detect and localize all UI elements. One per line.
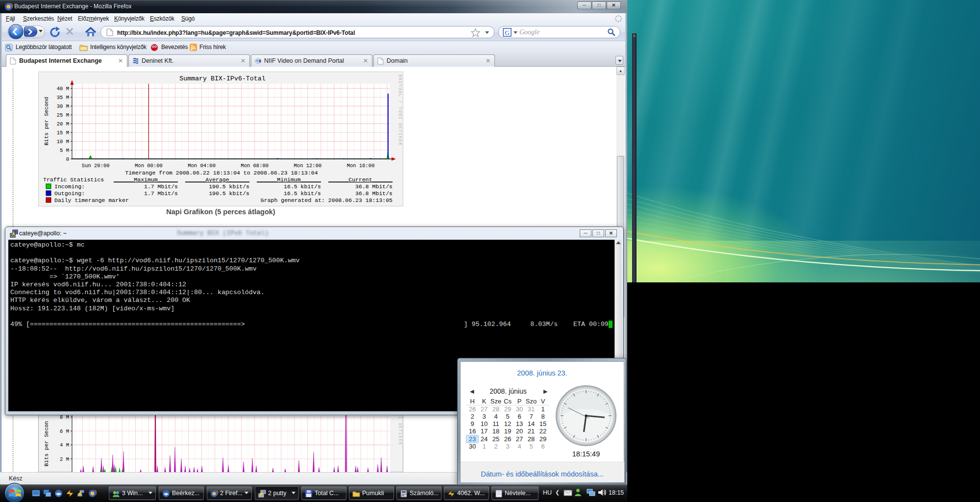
svg-text:Mon 16:00: Mon 16:00 <box>347 163 375 169</box>
svg-text:1.7 Mbit/s: 1.7 Mbit/s <box>144 190 178 197</box>
svg-text:Bits per Secon: Bits per Secon <box>44 421 49 466</box>
svg-text:190.5 kbit/s: 190.5 kbit/s <box>209 190 249 197</box>
svg-text:Mon 00:00: Mon 00:00 <box>135 163 163 169</box>
svg-text:20 M: 20 M <box>57 121 69 127</box>
svg-text:5 M: 5 M <box>60 148 69 153</box>
svg-text:Traffic Statistics: Traffic Statistics <box>43 176 104 183</box>
svg-text:30 M: 30 M <box>57 103 69 109</box>
svg-text:Mon 08:00: Mon 08:00 <box>241 163 269 169</box>
svg-text:8 M: 8 M <box>60 415 69 420</box>
svg-text:RRDTOOL / TOBI OETIKER: RRDTOOL / TOBI OETIKER <box>397 75 402 146</box>
svg-text:G: G <box>505 29 509 36</box>
svg-text:190.5 kbit/s: 190.5 kbit/s <box>209 183 249 190</box>
svg-text:I OETIKER: I OETIKER <box>397 416 402 445</box>
svg-text:2 M: 2 M <box>60 456 69 462</box>
svg-text:40 M: 40 M <box>57 86 69 92</box>
svg-text:Graph generated at: 2008.06.23: Graph generated at: 2008.06.23 18:13:05 <box>261 197 392 203</box>
svg-text:6 M: 6 M <box>60 428 69 434</box>
svg-text:25 M: 25 M <box>57 112 69 118</box>
svg-text:36.8 Mbit/s: 36.8 Mbit/s <box>355 190 392 197</box>
svg-text:16.5 kbit/s: 16.5 kbit/s <box>284 183 321 190</box>
svg-text:______Average______: ______Average______ <box>185 176 249 183</box>
svg-text:16.5 kbit/s: 16.5 kbit/s <box>284 190 321 197</box>
svg-text:15 M: 15 M <box>57 130 69 136</box>
svg-text:4 M: 4 M <box>60 442 69 448</box>
svg-text:Mon 04:00: Mon 04:00 <box>188 163 216 169</box>
svg-text:Mon 12:00: Mon 12:00 <box>294 163 322 169</box>
svg-text:Summary BIX-IPv6-Total: Summary BIX-IPv6-Total <box>179 75 266 82</box>
svg-text:1.7 Mbit/s: 1.7 Mbit/s <box>144 183 178 190</box>
svg-text:10 M: 10 M <box>57 139 69 145</box>
svg-text:Daily timerange marker: Daily timerange marker <box>54 197 129 203</box>
svg-text:0: 0 <box>66 156 69 162</box>
svg-text:Outgoing:: Outgoing: <box>54 190 85 197</box>
svg-text:36.8 Mbit/s: 36.8 Mbit/s <box>355 183 392 190</box>
svg-text:Incoming:: Incoming: <box>54 183 85 190</box>
svg-text:Sun 20:00: Sun 20:00 <box>82 163 110 169</box>
svg-text:Bits per Second: Bits per Second <box>44 97 49 145</box>
svg-text:Timerange from 2008.06.22 18:1: Timerange from 2008.06.22 18:13:04 to 20… <box>125 170 318 176</box>
svg-text:______Current______: ______Current______ <box>328 176 392 183</box>
svg-text:______Maximum______: ______Maximum______ <box>113 176 178 183</box>
svg-text:______Minimum______: ______Minimum______ <box>256 176 321 183</box>
svg-text:35 M: 35 M <box>57 95 69 100</box>
